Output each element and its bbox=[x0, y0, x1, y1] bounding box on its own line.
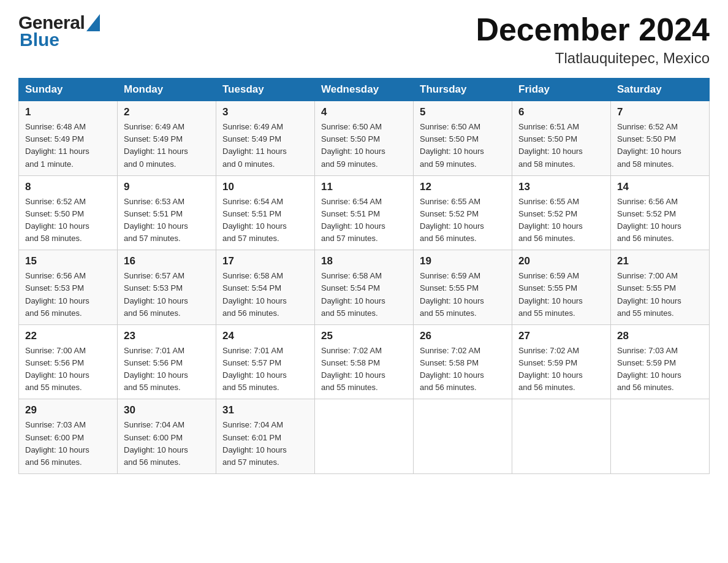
day-number: 31 bbox=[222, 404, 308, 416]
calendar-table: SundayMondayTuesdayWednesdayThursdayFrid… bbox=[18, 78, 710, 474]
day-cell: 21Sunrise: 7:00 AMSunset: 5:55 PMDayligh… bbox=[611, 250, 710, 325]
day-cell: 14Sunrise: 6:56 AMSunset: 5:52 PMDayligh… bbox=[611, 175, 710, 250]
day-cell: 11Sunrise: 6:54 AMSunset: 5:51 PMDayligh… bbox=[315, 175, 414, 250]
day-number: 2 bbox=[124, 106, 210, 118]
header-row: SundayMondayTuesdayWednesdayThursdayFrid… bbox=[19, 79, 710, 101]
day-cell: 13Sunrise: 6:55 AMSunset: 5:52 PMDayligh… bbox=[512, 175, 611, 250]
day-cell: 2Sunrise: 6:49 AMSunset: 5:49 PMDaylight… bbox=[118, 101, 216, 176]
day-cell: 24Sunrise: 7:01 AMSunset: 5:57 PMDayligh… bbox=[216, 324, 315, 399]
day-info: Sunrise: 6:49 AMSunset: 5:49 PMDaylight:… bbox=[222, 121, 308, 170]
day-number: 12 bbox=[420, 181, 506, 193]
day-cell: 1Sunrise: 6:48 AMSunset: 5:49 PMDaylight… bbox=[19, 101, 118, 176]
day-info: Sunrise: 6:55 AMSunset: 5:52 PMDaylight:… bbox=[420, 196, 506, 245]
day-number: 23 bbox=[124, 330, 210, 342]
day-cell: 18Sunrise: 6:58 AMSunset: 5:54 PMDayligh… bbox=[315, 250, 414, 325]
day-number: 4 bbox=[321, 106, 407, 118]
week-row-5: 29Sunrise: 7:03 AMSunset: 6:00 PMDayligh… bbox=[19, 399, 710, 474]
logo: General Blue bbox=[18, 12, 100, 50]
day-cell bbox=[512, 399, 611, 474]
day-info: Sunrise: 7:00 AMSunset: 5:55 PMDaylight:… bbox=[617, 270, 703, 320]
day-info: Sunrise: 6:58 AMSunset: 5:54 PMDaylight:… bbox=[222, 270, 308, 320]
day-cell: 17Sunrise: 6:58 AMSunset: 5:54 PMDayligh… bbox=[216, 250, 315, 325]
week-row-2: 8Sunrise: 6:52 AMSunset: 5:50 PMDaylight… bbox=[19, 175, 710, 250]
location-title: Tlatlauquitepec, Mexico bbox=[476, 50, 710, 67]
day-cell: 10Sunrise: 6:54 AMSunset: 5:51 PMDayligh… bbox=[216, 175, 315, 250]
day-info: Sunrise: 6:54 AMSunset: 5:51 PMDaylight:… bbox=[222, 196, 308, 245]
day-number: 8 bbox=[25, 181, 111, 193]
day-number: 16 bbox=[124, 255, 210, 267]
day-number: 22 bbox=[25, 330, 111, 342]
day-info: Sunrise: 7:02 AMSunset: 5:58 PMDaylight:… bbox=[321, 345, 407, 394]
day-number: 28 bbox=[617, 330, 703, 342]
day-info: Sunrise: 7:03 AMSunset: 6:00 PMDaylight:… bbox=[25, 419, 111, 469]
day-number: 10 bbox=[222, 181, 308, 193]
day-cell: 5Sunrise: 6:50 AMSunset: 5:50 PMDaylight… bbox=[414, 101, 512, 176]
week-row-3: 15Sunrise: 6:56 AMSunset: 5:53 PMDayligh… bbox=[19, 250, 710, 325]
day-info: Sunrise: 7:02 AMSunset: 5:59 PMDaylight:… bbox=[518, 345, 604, 394]
day-cell: 6Sunrise: 6:51 AMSunset: 5:50 PMDaylight… bbox=[512, 101, 611, 176]
day-info: Sunrise: 6:52 AMSunset: 5:50 PMDaylight:… bbox=[617, 121, 703, 170]
day-info: Sunrise: 6:59 AMSunset: 5:55 PMDaylight:… bbox=[518, 270, 604, 320]
day-cell: 28Sunrise: 7:03 AMSunset: 5:59 PMDayligh… bbox=[611, 324, 710, 399]
day-cell: 12Sunrise: 6:55 AMSunset: 5:52 PMDayligh… bbox=[414, 175, 512, 250]
week-row-4: 22Sunrise: 7:00 AMSunset: 5:56 PMDayligh… bbox=[19, 324, 710, 399]
day-info: Sunrise: 7:04 AMSunset: 6:00 PMDaylight:… bbox=[124, 419, 210, 469]
day-info: Sunrise: 7:01 AMSunset: 5:57 PMDaylight:… bbox=[222, 345, 308, 394]
header-cell-sunday: Sunday bbox=[19, 79, 118, 101]
day-cell bbox=[414, 399, 512, 474]
day-number: 5 bbox=[420, 106, 506, 118]
day-number: 29 bbox=[25, 404, 111, 416]
day-cell: 27Sunrise: 7:02 AMSunset: 5:59 PMDayligh… bbox=[512, 324, 611, 399]
day-number: 20 bbox=[518, 255, 604, 267]
logo-arrow-icon bbox=[86, 14, 100, 31]
day-number: 11 bbox=[321, 181, 407, 193]
day-number: 7 bbox=[617, 106, 703, 118]
day-cell: 31Sunrise: 7:04 AMSunset: 6:01 PMDayligh… bbox=[216, 399, 315, 474]
day-cell: 23Sunrise: 7:01 AMSunset: 5:56 PMDayligh… bbox=[118, 324, 216, 399]
header-cell-thursday: Thursday bbox=[414, 79, 512, 101]
calendar-header: SundayMondayTuesdayWednesdayThursdayFrid… bbox=[19, 79, 710, 101]
day-info: Sunrise: 6:53 AMSunset: 5:51 PMDaylight:… bbox=[124, 196, 210, 245]
day-info: Sunrise: 6:50 AMSunset: 5:50 PMDaylight:… bbox=[420, 121, 506, 170]
day-info: Sunrise: 6:57 AMSunset: 5:53 PMDaylight:… bbox=[124, 270, 210, 320]
day-cell: 25Sunrise: 7:02 AMSunset: 5:58 PMDayligh… bbox=[315, 324, 414, 399]
day-number: 14 bbox=[617, 181, 703, 193]
day-cell: 8Sunrise: 6:52 AMSunset: 5:50 PMDaylight… bbox=[19, 175, 118, 250]
day-number: 9 bbox=[124, 181, 210, 193]
day-info: Sunrise: 6:59 AMSunset: 5:55 PMDaylight:… bbox=[420, 270, 506, 320]
day-cell: 4Sunrise: 6:50 AMSunset: 5:50 PMDaylight… bbox=[315, 101, 414, 176]
logo-blue-text: Blue bbox=[20, 29, 59, 50]
day-cell: 22Sunrise: 7:00 AMSunset: 5:56 PMDayligh… bbox=[19, 324, 118, 399]
header-cell-monday: Monday bbox=[118, 79, 216, 101]
title-block: December 2024 Tlatlauquitepec, Mexico bbox=[476, 12, 710, 67]
day-number: 30 bbox=[124, 404, 210, 416]
day-number: 3 bbox=[222, 106, 308, 118]
day-info: Sunrise: 6:55 AMSunset: 5:52 PMDaylight:… bbox=[518, 196, 604, 245]
day-number: 24 bbox=[222, 330, 308, 342]
day-number: 21 bbox=[617, 255, 703, 267]
day-cell: 30Sunrise: 7:04 AMSunset: 6:00 PMDayligh… bbox=[118, 399, 216, 474]
day-info: Sunrise: 6:50 AMSunset: 5:50 PMDaylight:… bbox=[321, 121, 407, 170]
day-cell: 16Sunrise: 6:57 AMSunset: 5:53 PMDayligh… bbox=[118, 250, 216, 325]
header-cell-saturday: Saturday bbox=[611, 79, 710, 101]
day-number: 25 bbox=[321, 330, 407, 342]
day-cell: 9Sunrise: 6:53 AMSunset: 5:51 PMDaylight… bbox=[118, 175, 216, 250]
day-info: Sunrise: 7:00 AMSunset: 5:56 PMDaylight:… bbox=[25, 345, 111, 394]
day-cell: 3Sunrise: 6:49 AMSunset: 5:49 PMDaylight… bbox=[216, 101, 315, 176]
day-number: 18 bbox=[321, 255, 407, 267]
day-info: Sunrise: 7:03 AMSunset: 5:59 PMDaylight:… bbox=[617, 345, 703, 394]
day-cell: 7Sunrise: 6:52 AMSunset: 5:50 PMDaylight… bbox=[611, 101, 710, 176]
day-number: 1 bbox=[25, 106, 111, 118]
day-info: Sunrise: 6:51 AMSunset: 5:50 PMDaylight:… bbox=[518, 121, 604, 170]
day-number: 27 bbox=[518, 330, 604, 342]
header-cell-friday: Friday bbox=[512, 79, 611, 101]
day-number: 19 bbox=[420, 255, 506, 267]
day-info: Sunrise: 6:58 AMSunset: 5:54 PMDaylight:… bbox=[321, 270, 407, 320]
day-cell: 19Sunrise: 6:59 AMSunset: 5:55 PMDayligh… bbox=[414, 250, 512, 325]
day-cell: 15Sunrise: 6:56 AMSunset: 5:53 PMDayligh… bbox=[19, 250, 118, 325]
day-cell: 20Sunrise: 6:59 AMSunset: 5:55 PMDayligh… bbox=[512, 250, 611, 325]
day-info: Sunrise: 7:02 AMSunset: 5:58 PMDaylight:… bbox=[420, 345, 506, 394]
day-cell: 29Sunrise: 7:03 AMSunset: 6:00 PMDayligh… bbox=[19, 399, 118, 474]
day-info: Sunrise: 6:48 AMSunset: 5:49 PMDaylight:… bbox=[25, 121, 111, 170]
page-header: General Blue December 2024 Tlatlauquitep… bbox=[18, 12, 710, 67]
